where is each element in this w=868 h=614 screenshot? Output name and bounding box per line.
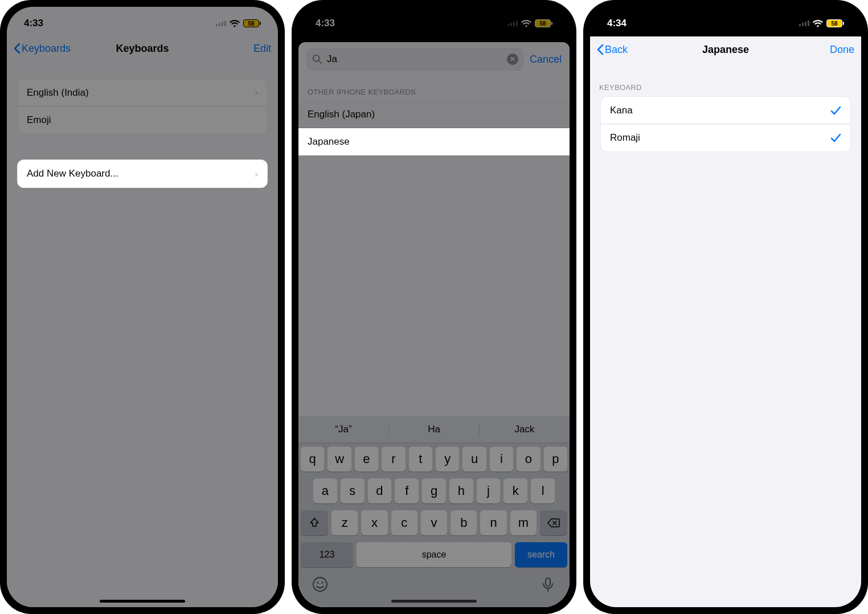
nav-bar: Back Japanese Done <box>590 36 861 63</box>
key-r[interactable]: r <box>382 447 405 472</box>
option-kana[interactable]: Kana <box>601 97 850 124</box>
row-label: Romaji <box>610 132 640 144</box>
numbers-key[interactable]: 123 <box>301 542 353 567</box>
cancel-button[interactable]: Cancel <box>530 54 562 66</box>
done-button[interactable]: Done <box>830 44 854 56</box>
checkmark-icon <box>830 132 841 144</box>
svg-point-4 <box>322 582 324 584</box>
key-l[interactable]: l <box>531 478 555 504</box>
suggestion-item[interactable]: “Ja” <box>298 424 389 435</box>
key-k[interactable]: k <box>503 478 527 504</box>
svg-line-1 <box>319 61 322 64</box>
keyboard-row-emoji[interactable]: Emoji <box>18 107 267 134</box>
status-bar: 4:33 58 <box>7 7 278 35</box>
wifi-icon <box>521 19 531 27</box>
row-label: Japanese <box>308 136 350 148</box>
key-d[interactable]: d <box>368 478 392 504</box>
back-button[interactable]: Back <box>597 44 628 56</box>
key-c[interactable]: c <box>391 510 417 535</box>
status-bar: 4:34 58 <box>590 7 861 35</box>
back-button[interactable]: Keyboards <box>14 43 71 55</box>
chevron-back-icon <box>14 43 21 54</box>
results-list: English (Japan) Japanese <box>298 101 570 155</box>
svg-point-0 <box>313 55 320 62</box>
home-indicator[interactable] <box>100 600 185 603</box>
key-y[interactable]: y <box>436 447 459 472</box>
battery-icon: 58 <box>243 19 261 27</box>
back-label: Keyboards <box>22 43 71 55</box>
wifi-icon <box>230 19 240 27</box>
key-x[interactable]: x <box>361 510 387 535</box>
cellular-icon <box>216 21 226 26</box>
key-v[interactable]: v <box>421 510 447 535</box>
add-keyboard-section: Add New Keyboard... › <box>17 159 268 188</box>
key-s[interactable]: s <box>341 478 365 504</box>
chevron-back-icon <box>597 44 604 55</box>
shift-icon <box>309 517 320 529</box>
clear-search-button[interactable]: ✕ <box>507 54 518 65</box>
cellular-icon <box>799 21 809 26</box>
suggestion-item[interactable]: Jack <box>480 424 570 435</box>
backspace-key[interactable] <box>540 510 567 535</box>
page-title: Japanese <box>590 44 861 56</box>
key-j[interactable]: j <box>477 478 501 504</box>
key-a[interactable]: a <box>313 478 337 504</box>
key-n[interactable]: n <box>480 510 506 535</box>
key-g[interactable]: g <box>422 478 446 504</box>
keyboard-options-list: Kana Romaji <box>600 96 851 152</box>
section-header: OTHER IPHONE KEYBOARDS <box>298 76 570 101</box>
key-t[interactable]: t <box>409 447 432 472</box>
key-q[interactable]: q <box>301 447 324 472</box>
key-f[interactable]: f <box>395 478 419 504</box>
software-keyboard: “Ja” Ha Jack q w e r t y u i o p a <box>298 416 570 607</box>
cellular-icon <box>507 21 518 26</box>
search-input[interactable]: Ja ✕ <box>306 48 524 71</box>
home-indicator[interactable] <box>391 600 477 603</box>
row-label: Kana <box>610 105 633 116</box>
keyboard-row-english[interactable]: English (India) › <box>18 79 267 107</box>
battery-icon: 58 <box>535 19 552 27</box>
result-japanese[interactable]: Japanese <box>298 128 570 155</box>
status-time: 4:33 <box>24 18 43 29</box>
suggestion-item[interactable]: Ha <box>389 424 480 435</box>
key-z[interactable]: z <box>331 510 358 535</box>
key-p[interactable]: p <box>544 447 567 472</box>
chevron-right-icon: › <box>255 168 258 180</box>
search-row: Ja ✕ Cancel <box>298 42 570 76</box>
key-i[interactable]: i <box>490 447 513 472</box>
emoji-icon[interactable] <box>312 576 328 592</box>
status-time: 4:34 <box>607 18 627 29</box>
key-e[interactable]: e <box>355 447 378 472</box>
keyboards-list: English (India) › Emoji <box>17 79 268 134</box>
key-h[interactable]: h <box>449 478 473 504</box>
key-w[interactable]: w <box>327 447 351 472</box>
add-new-keyboard-label: Add New Keyboard... <box>27 168 118 179</box>
status-time: 4:33 <box>316 18 335 29</box>
search-icon <box>312 54 322 64</box>
chevron-right-icon: › <box>255 87 258 99</box>
key-b[interactable]: b <box>451 510 477 535</box>
add-new-keyboard-button[interactable]: Add New Keyboard... › <box>18 160 267 187</box>
space-key[interactable]: space <box>357 542 511 567</box>
shift-key[interactable] <box>301 510 328 535</box>
result-english-japan[interactable]: English (Japan) <box>298 101 570 128</box>
dictation-icon[interactable] <box>540 576 556 592</box>
nav-bar: Keyboards Keyboards Edit <box>7 35 278 62</box>
suggestion-bar: “Ja” Ha Jack <box>298 416 570 443</box>
section-header: KEYBOARD <box>590 63 861 96</box>
key-m[interactable]: m <box>510 510 537 535</box>
option-romaji[interactable]: Romaji <box>601 124 850 152</box>
row-label: English (Japan) <box>308 109 375 120</box>
wifi-icon <box>813 19 823 27</box>
search-key[interactable]: search <box>515 542 567 567</box>
svg-point-3 <box>317 582 319 584</box>
svg-rect-5 <box>546 578 550 586</box>
back-label: Back <box>605 44 628 56</box>
key-u[interactable]: u <box>462 447 486 472</box>
backspace-icon <box>547 518 560 527</box>
key-o[interactable]: o <box>517 447 540 472</box>
row-label: Emoji <box>27 114 51 126</box>
search-query: Ja <box>327 54 502 65</box>
checkmark-icon <box>830 105 841 116</box>
edit-button[interactable]: Edit <box>253 43 271 55</box>
